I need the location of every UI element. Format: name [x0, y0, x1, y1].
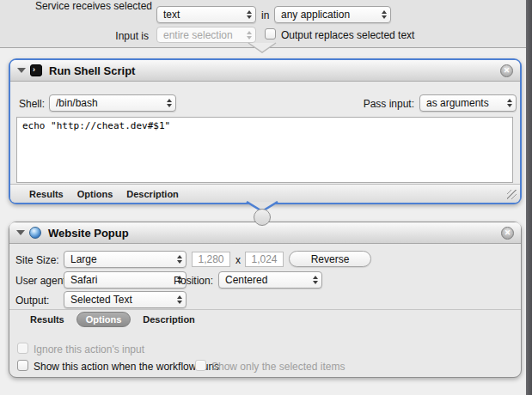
terminal-icon: ›	[30, 64, 42, 76]
pass-input-value: as arguments	[426, 97, 503, 109]
updown-arrows-icon	[167, 99, 172, 107]
site-height-field[interactable]: 1,024	[245, 252, 284, 267]
updown-arrows-icon	[177, 295, 182, 304]
site-size-label: Site Size:	[15, 254, 59, 266]
position-label: Position:	[173, 275, 213, 287]
service-application-select[interactable]: any application	[274, 6, 391, 23]
globe-icon	[29, 227, 41, 239]
site-size-select[interactable]: Large	[64, 251, 187, 268]
user-agent-value: Safari	[70, 274, 173, 286]
service-input-type-select[interactable]: text	[156, 6, 256, 23]
output-replaces-label: Output replaces selected text	[281, 29, 414, 41]
workflow-connector-chevron	[247, 42, 278, 54]
show-selected-items-label: Show only the selected items	[211, 361, 345, 373]
tab-description[interactable]: Description	[143, 314, 195, 325]
updown-arrows-icon	[507, 99, 512, 107]
show-action-label: Show this action when the workflow runs	[34, 361, 219, 373]
shell-label: Shell:	[19, 98, 45, 110]
action-footer: Results Options Description	[10, 184, 520, 203]
service-in-label: in	[261, 9, 269, 21]
disclosure-triangle-icon[interactable]	[17, 68, 26, 73]
reverse-button[interactable]: Reverse	[289, 251, 371, 267]
output-select[interactable]: Selected Text	[64, 291, 187, 308]
close-action-button[interactable]: ✕	[500, 64, 513, 77]
input-is-value: entire selection	[163, 29, 242, 41]
dimension-separator-label: x	[235, 254, 241, 266]
updown-arrows-icon	[313, 276, 318, 284]
output-replaces-checkbox[interactable]	[265, 28, 276, 40]
site-size-value: Large	[70, 253, 173, 265]
action-tabs: Results Options Description	[30, 311, 195, 328]
tab-options[interactable]: Options	[77, 189, 113, 199]
automator-workflow-canvas: Service receives selected text in any ap…	[0, 0, 532, 395]
ignore-input-checkbox	[17, 343, 28, 354]
disclosure-triangle-icon[interactable]	[16, 230, 25, 235]
site-width-field[interactable]: 1,280	[192, 252, 230, 267]
updown-arrows-icon	[382, 10, 387, 19]
updown-arrows-icon	[247, 31, 252, 40]
service-input-pane: Service receives selected text in any ap…	[0, 0, 526, 48]
show-selected-items-checkbox	[195, 360, 206, 371]
action-title: Website Popup	[48, 227, 129, 240]
output-value: Selected Text	[70, 294, 173, 306]
output-label: Output:	[15, 295, 49, 307]
user-agent-select[interactable]: Safari	[64, 271, 187, 289]
footer-separator	[9, 309, 521, 310]
service-receives-label: Service receives selected	[0, 0, 152, 12]
tab-options-selected[interactable]: Options	[76, 312, 131, 327]
service-input-type-value: text	[163, 9, 242, 21]
tab-description[interactable]: Description	[126, 189, 179, 199]
pass-input-label: Pass input:	[352, 98, 414, 110]
close-action-button[interactable]: ✕	[501, 227, 514, 240]
shell-value: /bin/bash	[56, 97, 162, 109]
shell-select[interactable]: /bin/bash	[49, 94, 176, 112]
action-run-shell-script[interactable]: › Run Shell Script ✕ Shell: /bin/bash Pa…	[9, 58, 522, 204]
position-select[interactable]: Centered	[218, 271, 322, 289]
window-right-edge	[526, 0, 532, 395]
ignore-input-label: Ignore this action's input	[34, 343, 144, 356]
shell-script-editor[interactable]: echo "http://cheat.dev#$1"	[16, 117, 513, 183]
service-application-value: any application	[281, 9, 377, 21]
input-is-select: entire selection	[156, 27, 256, 43]
action-header: › Run Shell Script ✕	[10, 60, 520, 82]
action-title: Run Shell Script	[49, 64, 135, 77]
position-value: Centered	[225, 274, 309, 286]
input-is-label: Input is	[0, 30, 149, 42]
pass-input-select[interactable]: as arguments	[419, 94, 517, 112]
show-action-checkbox[interactable]	[17, 360, 28, 371]
tab-results[interactable]: Results	[29, 189, 64, 199]
resize-handle[interactable]	[507, 190, 517, 199]
workflow-connector-bubble	[254, 209, 271, 226]
user-agent-label: User agent:	[15, 275, 69, 287]
updown-arrows-icon	[177, 255, 182, 264]
updown-arrows-icon	[247, 10, 252, 19]
action-website-popup[interactable]: Website Popup ✕ Site Size: Large 1,280 x…	[9, 222, 522, 378]
action-header: Website Popup ✕	[9, 222, 521, 244]
tab-results[interactable]: Results	[30, 314, 64, 325]
